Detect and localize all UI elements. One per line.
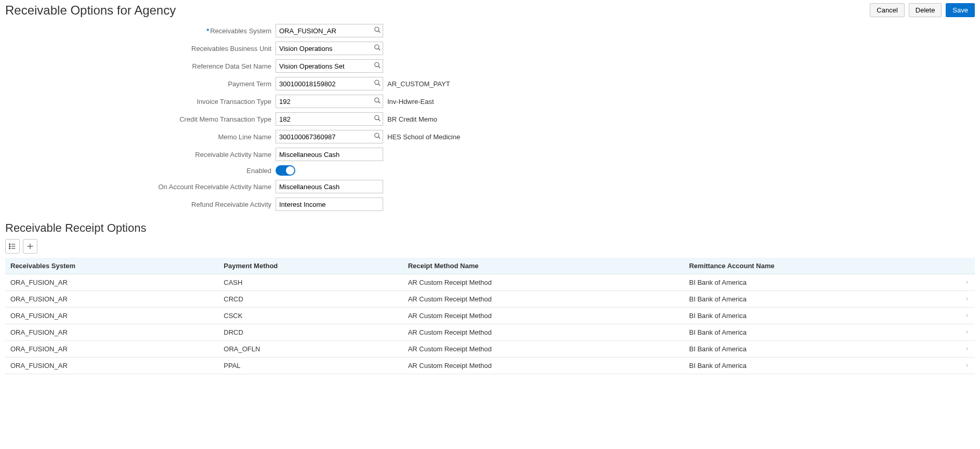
activity-name-input[interactable] <box>276 148 383 161</box>
business-unit-input[interactable] <box>276 42 383 55</box>
on-account-activity-label: On Account Receivable Activity Name <box>5 183 276 191</box>
svg-line-13 <box>378 137 381 139</box>
business-unit-label: Receivables Business Unit <box>5 45 276 52</box>
table-row[interactable]: ORA_FUSION_ARCRCDAR Custom Receipt Metho… <box>5 291 975 308</box>
receivables-system-label: *Receivables System <box>5 27 276 35</box>
cancel-button[interactable]: Cancel <box>870 3 904 17</box>
cell-remit: BI Bank of America <box>684 358 955 374</box>
cell-remit: BI Bank of America <box>684 324 955 341</box>
delete-button[interactable]: Delete <box>909 3 942 17</box>
invoice-txn-type-hint: Inv-Hdwre-East <box>387 98 434 105</box>
cell-system: ORA_FUSION_AR <box>5 274 218 291</box>
table-row[interactable]: ORA_FUSION_ARPPALAR Custom Receipt Metho… <box>5 358 975 374</box>
svg-point-4 <box>375 62 379 67</box>
chevron-right-icon[interactable] <box>956 341 975 358</box>
svg-line-7 <box>378 84 381 86</box>
col-header-remit[interactable]: Remittance Account Name <box>684 258 955 274</box>
cell-remit: BI Bank of America <box>684 291 955 308</box>
invoice-txn-type-input[interactable] <box>276 95 383 108</box>
cell-receipt-name: AR Custom Receipt Method <box>403 291 684 308</box>
cell-system: ORA_FUSION_AR <box>5 324 218 341</box>
credit-memo-txn-input[interactable] <box>276 112 383 126</box>
chevron-right-icon[interactable] <box>956 274 975 291</box>
cell-receipt-name: AR Custom Receipt Method <box>403 308 684 324</box>
payment-term-input[interactable] <box>276 77 383 90</box>
search-icon[interactable] <box>374 27 381 35</box>
svg-point-14 <box>9 244 10 245</box>
search-icon[interactable] <box>374 44 381 53</box>
col-header-method[interactable]: Payment Method <box>218 258 402 274</box>
table-row[interactable]: ORA_FUSION_ARCSCKAR Custom Receipt Metho… <box>5 308 975 324</box>
search-icon[interactable] <box>374 97 381 106</box>
grid-toolbar <box>5 239 975 254</box>
col-header-system[interactable]: Receivables System <box>5 258 218 274</box>
cell-method: CASH <box>218 274 402 291</box>
cell-system: ORA_FUSION_AR <box>5 291 218 308</box>
invoice-txn-type-label: Invoice Transaction Type <box>5 98 276 105</box>
svg-line-1 <box>378 31 381 33</box>
cell-remit: BI Bank of America <box>684 341 955 358</box>
enabled-label: Enabled <box>5 167 276 175</box>
cell-receipt-name: AR Custom Receipt Method <box>403 274 684 291</box>
form-area: *Receivables System Receivables Business… <box>5 22 975 211</box>
chevron-right-icon[interactable] <box>956 358 975 374</box>
table-row[interactable]: ORA_FUSION_ARORA_OFLNAR Custom Receipt M… <box>5 341 975 358</box>
table-row[interactable]: ORA_FUSION_ARDRCDAR Custom Receipt Metho… <box>5 324 975 341</box>
memo-line-input[interactable] <box>276 130 383 143</box>
refund-activity-label: Refund Receivable Activity <box>5 201 276 208</box>
search-icon[interactable] <box>374 133 381 141</box>
ref-data-set-label: Reference Data Set Name <box>5 62 276 70</box>
search-icon[interactable] <box>374 62 381 71</box>
svg-point-0 <box>375 27 379 31</box>
action-buttons: Cancel Delete Save <box>870 3 975 17</box>
cell-method: DRCD <box>218 324 402 341</box>
svg-point-18 <box>9 248 10 249</box>
cell-method: CSCK <box>218 308 402 324</box>
col-header-receipt-name[interactable]: Receipt Method Name <box>403 258 684 274</box>
svg-line-11 <box>378 119 381 121</box>
svg-point-16 <box>9 246 10 247</box>
table-row[interactable]: ORA_FUSION_ARCASHAR Custom Receipt Metho… <box>5 274 975 291</box>
chevron-right-icon[interactable] <box>956 308 975 324</box>
receivables-system-input[interactable] <box>276 24 383 37</box>
cell-method: PPAL <box>218 358 402 374</box>
credit-memo-txn-hint: BR Credit Memo <box>387 115 437 123</box>
svg-line-9 <box>378 101 381 103</box>
on-account-activity-input[interactable] <box>276 180 383 193</box>
list-icon[interactable] <box>5 239 20 254</box>
chevron-right-icon[interactable] <box>956 324 975 341</box>
memo-line-label: Memo Line Name <box>5 133 276 141</box>
payment-term-hint: AR_CUSTOM_PAYT <box>387 80 450 88</box>
svg-point-12 <box>375 133 379 137</box>
search-icon[interactable] <box>374 115 381 124</box>
payment-term-label: Payment Term <box>5 80 276 88</box>
receipt-options-title: Receivable Receipt Options <box>5 221 975 235</box>
cell-receipt-name: AR Custom Receipt Method <box>403 341 684 358</box>
svg-point-8 <box>375 98 379 102</box>
receipt-options-table: Receivables System Payment Method Receip… <box>5 258 975 374</box>
required-star: * <box>206 27 209 35</box>
svg-point-2 <box>375 45 379 49</box>
cell-system: ORA_FUSION_AR <box>5 358 218 374</box>
save-button[interactable]: Save <box>946 3 975 17</box>
svg-point-6 <box>375 80 379 84</box>
ref-data-set-input[interactable] <box>276 59 383 73</box>
svg-line-5 <box>378 66 381 68</box>
credit-memo-txn-label: Credit Memo Transaction Type <box>5 115 276 123</box>
refund-activity-input[interactable] <box>276 197 383 211</box>
cell-method: CRCD <box>218 291 402 308</box>
enabled-toggle[interactable] <box>276 165 295 176</box>
memo-line-hint: HES School of Medicine <box>387 133 460 141</box>
svg-point-10 <box>375 115 379 120</box>
page-title: Receivable Options for Agency <box>5 3 176 18</box>
cell-system: ORA_FUSION_AR <box>5 341 218 358</box>
chevron-right-icon[interactable] <box>956 291 975 308</box>
search-icon[interactable] <box>374 80 381 88</box>
cell-system: ORA_FUSION_AR <box>5 308 218 324</box>
cell-remit: BI Bank of America <box>684 274 955 291</box>
activity-name-label: Receivable Activity Name <box>5 151 276 159</box>
cell-receipt-name: AR Custom Receipt Method <box>403 324 684 341</box>
cell-receipt-name: AR Custom Receipt Method <box>403 358 684 374</box>
cell-method: ORA_OFLN <box>218 341 402 358</box>
add-row-button[interactable] <box>23 239 37 254</box>
